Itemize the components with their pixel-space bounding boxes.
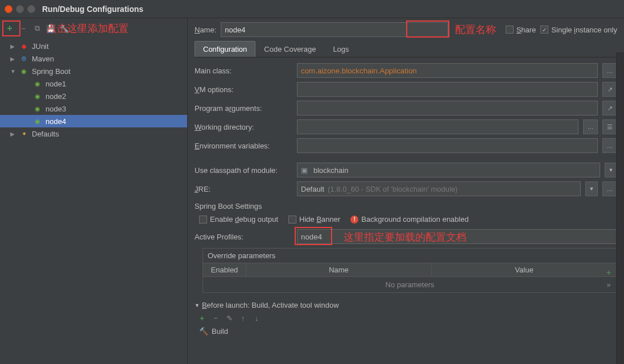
col-value: Value <box>432 263 617 276</box>
share-checkbox[interactable]: Share <box>506 26 536 34</box>
tree-item-node1[interactable]: ◉ node1 <box>0 77 187 90</box>
before-launch-down-button[interactable]: ↓ <box>251 313 262 323</box>
bg-compile-checkbox[interactable]: ! Background compilation enabled <box>350 215 469 224</box>
window-title: Run/Debug Configurations <box>42 5 143 14</box>
config-toolbar: + − ⧉ 💾 🔧 ↑ ↓ 点击这里添加配置 <box>0 18 187 39</box>
move-up-button[interactable]: ↑ <box>72 22 84 35</box>
spring-icon: ◉ <box>33 104 42 113</box>
override-parameters-box: Override parameters Enabled Name Value N… <box>203 248 617 293</box>
window-maximize-button[interactable] <box>27 5 35 13</box>
tree-label: Spring Boot <box>32 67 71 76</box>
annotation-name: 配置名称 <box>455 23 496 36</box>
tree-label: JUnit <box>32 42 49 51</box>
override-more-button[interactable]: » <box>604 280 613 289</box>
program-args-input[interactable] <box>297 101 598 115</box>
wrench-button[interactable]: 🔧 <box>58 22 71 35</box>
jre-browse-button[interactable]: … <box>602 181 617 196</box>
tree-label: node2 <box>46 92 66 101</box>
folder-icon: ▣ <box>301 166 308 175</box>
name-label: Name: <box>195 26 216 34</box>
browse-class-button[interactable]: … <box>602 63 617 78</box>
vm-options-input[interactable] <box>297 82 598 97</box>
col-enabled: Enabled <box>203 263 246 276</box>
classpath-dropdown-arrow[interactable]: ▼ <box>605 163 617 177</box>
tree-item-defaults[interactable]: ▶ ✦ Defaults <box>0 127 187 140</box>
save-config-button[interactable]: 💾 <box>44 22 57 35</box>
edit-env-button[interactable]: … <box>602 138 617 153</box>
env-vars-label: Environment variables: <box>195 142 292 150</box>
before-launch-remove-button[interactable]: − <box>210 313 221 323</box>
spring-icon: ◉ <box>33 117 42 126</box>
main-class-input[interactable] <box>297 63 598 78</box>
move-down-button[interactable]: ↓ <box>85 22 98 35</box>
jre-label: JRE: <box>195 185 292 193</box>
tree-label: node4 <box>46 117 66 126</box>
dir-list-button[interactable]: ☰ <box>602 119 617 134</box>
before-launch-up-button[interactable]: ↑ <box>238 313 248 323</box>
active-profiles-input[interactable] <box>297 229 617 244</box>
sidebar: + − ⧉ 💾 🔧 ↑ ↓ 点击这里添加配置 ▶ ◆ JUnit ▶ ⚙ Mav… <box>0 18 188 364</box>
junit-icon: ◆ <box>19 42 28 51</box>
before-launch-edit-button[interactable]: ✎ <box>224 313 234 323</box>
before-launch-add-button[interactable]: + <box>197 313 207 323</box>
single-instance-checkbox[interactable]: Single instance only <box>540 26 617 34</box>
working-dir-input[interactable] <box>297 119 578 134</box>
config-tree[interactable]: ▶ ◆ JUnit ▶ ⚙ Maven ▼ ◉ Spring Boot ◉ no… <box>0 39 187 364</box>
env-vars-input[interactable] <box>297 138 598 153</box>
remove-config-button[interactable]: − <box>17 22 30 35</box>
program-args-label: Program arguments: <box>195 104 292 113</box>
window-minimize-button[interactable] <box>16 5 24 13</box>
add-config-button[interactable]: + <box>3 22 16 35</box>
spring-icon: ◉ <box>33 79 42 88</box>
tab-bar: Configuration Code Coverage Logs <box>195 41 617 57</box>
collapse-arrow-icon: ▼ <box>195 303 200 308</box>
tree-item-node4[interactable]: ◉ node4 <box>0 115 187 127</box>
right-scroll-strip[interactable] <box>616 52 624 364</box>
override-empty-text: No parameters <box>203 277 617 292</box>
tree-label: Defaults <box>32 130 59 138</box>
classpath-label: Use classpath of module: <box>195 166 292 175</box>
main-panel: Name: Share Single instance only 配置名称 Co… <box>188 18 624 364</box>
override-table-header: Enabled Name Value <box>203 263 617 277</box>
spring-icon: ◉ <box>19 67 28 76</box>
window-close-button[interactable] <box>5 5 13 13</box>
jre-dropdown-arrow[interactable]: ▼ <box>585 181 598 196</box>
before-launch-header[interactable]: ▼ Before launch: Build, Activate tool wi… <box>195 301 617 309</box>
tab-code-coverage[interactable]: Code Coverage <box>255 41 324 57</box>
working-dir-label: Working directory: <box>195 123 292 131</box>
override-add-button[interactable]: + <box>604 268 613 277</box>
expand-vm-button[interactable]: ↗ <box>602 82 617 97</box>
titlebar: Run/Debug Configurations <box>0 0 624 18</box>
defaults-icon: ✦ <box>19 129 28 138</box>
share-label: Share <box>516 26 536 34</box>
before-launch-build-item[interactable]: 🔨 Build <box>195 325 617 337</box>
tree-label: Maven <box>32 55 54 63</box>
tab-logs[interactable]: Logs <box>324 41 357 57</box>
enable-debug-checkbox[interactable]: Enable debug output <box>199 215 278 224</box>
config-name-input[interactable] <box>221 22 448 37</box>
expand-arrow-icon[interactable]: ▶ <box>10 56 17 62</box>
tree-item-node3[interactable]: ◉ node3 <box>0 102 187 115</box>
maven-icon: ⚙ <box>19 54 28 63</box>
main-class-label: Main class: <box>195 67 292 75</box>
col-name: Name <box>246 263 432 276</box>
tree-label: node1 <box>46 80 66 88</box>
expand-args-button[interactable]: ↗ <box>602 101 617 115</box>
tree-item-maven[interactable]: ▶ ⚙ Maven <box>0 52 187 65</box>
spring-icon: ◉ <box>33 92 42 101</box>
copy-config-button[interactable]: ⧉ <box>31 22 43 35</box>
hammer-icon: 🔨 <box>199 327 208 336</box>
tree-item-junit[interactable]: ▶ ◆ JUnit <box>0 40 187 52</box>
tree-item-spring-boot[interactable]: ▼ ◉ Spring Boot <box>0 65 187 77</box>
browse-dir-button[interactable]: … <box>583 119 598 134</box>
expand-arrow-icon[interactable]: ▼ <box>10 68 17 75</box>
jre-select[interactable]: Default (1.8.0_60 - SDK of 'blockchain' … <box>297 181 581 196</box>
tree-label: node3 <box>46 105 66 113</box>
expand-arrow-icon[interactable]: ▶ <box>10 131 17 137</box>
classpath-select[interactable]: ▣ blockchain <box>297 163 600 177</box>
tab-configuration[interactable]: Configuration <box>195 41 255 57</box>
override-title: Override parameters <box>203 249 617 263</box>
tree-item-node2[interactable]: ◉ node2 <box>0 90 187 102</box>
hide-banner-checkbox[interactable]: Hide Banner <box>288 215 340 224</box>
expand-arrow-icon[interactable]: ▶ <box>10 43 17 49</box>
